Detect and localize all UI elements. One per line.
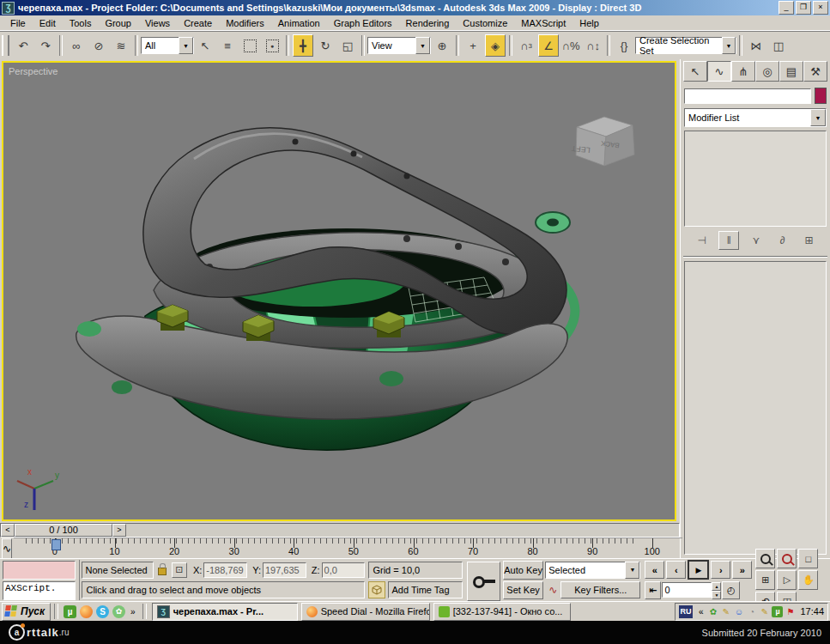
menu-item[interactable]: Graph Editors [327,16,399,30]
spinner-down-icon[interactable]: ▼ [712,591,721,599]
current-frame-field[interactable]: 0 [662,582,712,598]
select-and-rotate-button[interactable]: ↻ [315,34,336,57]
unlink-selection-button[interactable]: ⊘ [88,34,109,57]
previous-frame-button[interactable]: ‹ [666,561,686,579]
percent-snap-toggle[interactable]: ∩% [560,34,581,57]
field-of-view-button[interactable]: ▷ [777,570,797,590]
menu-item[interactable]: Create [177,16,219,30]
isolate-cube-icon[interactable] [368,581,385,598]
add-time-tag[interactable]: Add Time Tag [388,581,463,598]
dropdown-arrow-icon[interactable]: ▼ [179,37,193,54]
mini-curve-editor-button[interactable]: ∿ [2,538,12,559]
menu-item[interactable]: Customize [456,16,514,30]
x-coord-field[interactable]: -188,769 [203,562,247,578]
tray-messenger-icon[interactable]: ☺ [733,606,744,617]
quicklaunch-icq-icon[interactable]: ✿ [112,605,125,618]
key-filters-button[interactable]: Key Filters... [560,581,640,598]
quicklaunch-chevron[interactable]: » [127,607,139,617]
menu-item[interactable]: Modifiers [219,16,271,30]
set-keys-button[interactable] [467,562,500,601]
menu-item[interactable]: File [3,16,33,30]
time-slider-track[interactable]: < 0 / 100 > [0,523,680,538]
menu-item[interactable]: Edit [33,16,63,30]
menu-item[interactable]: Group [98,16,138,30]
restore-button[interactable]: ❐ [796,1,811,15]
select-and-scale-button[interactable]: ◱ [337,34,358,57]
zoom-button[interactable] [755,549,775,568]
frame-spinner[interactable]: ▲ ▼ [712,582,721,598]
absolute-offset-toggle[interactable]: ⊡ [172,562,187,578]
selection-filter-dropdown[interactable]: All ▼ [141,37,194,54]
tray-chevron[interactable]: « [695,607,707,617]
object-name-field[interactable] [684,88,811,104]
macro-recorder-field[interactable] [3,561,76,580]
quicklaunch-skype-icon[interactable]: S [96,605,109,618]
time-configuration-button[interactable]: ◴ [722,581,740,599]
go-to-end-button[interactable]: » [732,561,752,579]
time-slider-handle[interactable]: 0 / 100 [15,524,112,537]
redo-button[interactable]: ↷ [35,34,56,57]
tray-editor-icon[interactable]: ✎ [720,606,731,617]
perspective-viewport[interactable]: Perspective [2,61,676,521]
key-filter-selection-dropdown[interactable]: Selected ▼ [545,562,640,579]
taskbar-clock[interactable]: 17:44 [800,606,824,617]
configure-modifier-sets-button[interactable]: ⊞ [800,232,819,249]
play-animation-button[interactable]: ▶ [688,560,709,580]
taskbar-task-3dsmax[interactable]: Ʒ черепаха.max - Pr... [152,603,298,621]
taskbar-task-firefox[interactable]: Speed Dial - Mozilla Firefox [301,603,430,621]
menu-item[interactable]: Rendering [399,16,457,30]
tray-flag-icon[interactable]: ⚑ [785,606,796,617]
align-button[interactable]: ◫ [768,34,789,57]
select-by-name-button[interactable]: ≡ [217,34,238,57]
bind-to-spacewarp-button[interactable]: ≋ [111,34,131,57]
next-frame-button[interactable]: > [112,524,126,537]
track-bar-ruler[interactable]: 0102030405060708090100 [14,538,682,559]
dropdown-arrow-icon[interactable]: ▼ [415,37,430,54]
modifier-stack-list[interactable] [684,131,827,227]
minimize-button[interactable]: _ [779,1,794,15]
key-mode-toggle[interactable]: ⇤ [645,581,661,599]
tab-display[interactable]: ▤ [779,61,803,82]
dropdown-arrow-icon[interactable]: ▼ [625,562,639,579]
scene-cube[interactable]: LEFT BACK [571,117,634,166]
keyframe-marker[interactable] [51,539,61,550]
rollout-area[interactable] [684,261,827,555]
use-pivot-point-center-button[interactable]: ⊕ [432,34,452,57]
tab-modify[interactable]: ∿ [707,61,731,82]
tray-status-icon[interactable]: ◔ [746,606,757,617]
reference-coordinate-system-dropdown[interactable]: View ▼ [367,37,431,54]
zoom-extents-button[interactable]: □ [798,549,818,568]
spinner-up-icon[interactable]: ▲ [712,582,721,591]
modifier-list-dropdown[interactable]: Modifier List ▼ [684,108,827,127]
toolbar-drag-handle[interactable] [2,35,9,56]
show-end-result-button[interactable]: ‖ [718,231,739,250]
tray-icq-flower-icon[interactable]: ✿ [707,606,718,617]
menu-item[interactable]: Tools [63,16,99,30]
quicklaunch-firefox-icon[interactable] [80,605,93,618]
maxscript-listener-field[interactable]: AXScript. [3,581,76,600]
select-object-button[interactable]: ↖ [195,34,215,57]
angle-snap-toggle[interactable]: ∠ [538,34,559,57]
dropdown-arrow-icon[interactable]: ▼ [810,109,826,126]
set-key-button[interactable]: Set Key [503,581,543,600]
quicklaunch-utorrent-icon[interactable]: µ [64,605,76,618]
pan-view-button[interactable]: ✋ [798,570,818,590]
snaps-toggle-3d-button[interactable]: ∩3 [516,34,536,57]
menu-item[interactable]: MAXScript [514,16,573,30]
tab-utilities[interactable]: ⚒ [803,61,827,82]
language-indicator[interactable]: RU [679,605,693,618]
tab-motion[interactable]: ◎ [755,61,779,82]
edit-named-selection-sets-button[interactable]: {} [614,34,634,57]
menu-item[interactable]: Animation [271,16,327,30]
rectangular-selection-region-button[interactable] [239,34,260,57]
tab-create[interactable]: ↖ [683,61,707,82]
y-coord-field[interactable]: 197,635 [263,562,306,578]
select-and-link-button[interactable]: ∞ [66,34,87,57]
keyboard-shortcut-override-toggle[interactable]: ◈ [485,34,506,57]
make-unique-button[interactable]: ⋎ [747,232,766,249]
viewport-canvas[interactable]: LEFT BACK x y z [3,63,675,519]
select-and-manipulate-button[interactable]: + [463,34,483,57]
window-crossing-toggle[interactable]: ● [262,34,282,57]
menu-item[interactable]: Views [138,16,177,30]
tab-hierarchy[interactable]: ⋔ [731,61,755,82]
